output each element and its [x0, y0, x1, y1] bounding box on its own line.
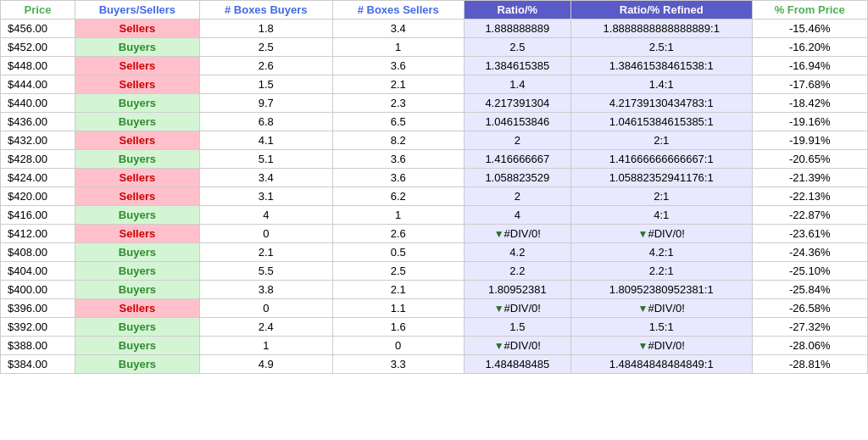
boxes-buyers-cell: 5.5 [199, 262, 332, 281]
ratio-refined-cell: ▼ #DIV/0! [570, 299, 752, 318]
buyers-sellers-cell: Buyers [75, 243, 200, 262]
boxes-sellers-cell: 3.6 [332, 57, 464, 75]
ratio-cell: 1.484848485 [464, 355, 570, 374]
boxes-sellers-cell: 3.4 [332, 19, 464, 38]
price-cell: $456.00 [1, 19, 75, 38]
ratio-refined-cell: 2.5:1 [570, 38, 752, 57]
arrow-down-icon: ▼ [494, 303, 504, 315]
boxes-sellers-cell: 2.5 [332, 262, 464, 281]
price-cell: $448.00 [1, 57, 75, 75]
buyers-sellers-cell: Sellers [75, 75, 200, 94]
ratio-cell: 1.5 [464, 318, 570, 337]
table-row: $448.00Sellers2.63.61.3846153851.3846153… [1, 57, 868, 75]
boxes-buyers-cell: 4 [199, 206, 332, 225]
boxes-buyers-cell: 2.4 [199, 318, 332, 337]
price-cell: $432.00 [1, 131, 75, 150]
from-price-cell: -23.61% [752, 225, 868, 243]
ratio-cell: 1.80952381 [464, 281, 570, 299]
boxes-buyers-cell: 2.6 [199, 57, 332, 75]
from-price-cell: -28.81% [752, 355, 868, 374]
from-price-cell: -25.84% [752, 281, 868, 299]
ratio-refined-cell: 1.41666666666667:1 [570, 150, 752, 169]
boxes-buyers-cell: 1.8 [199, 19, 332, 38]
header-ratio-refined: Ratio/% Refined [570, 1, 752, 19]
buyers-sellers-cell: Buyers [75, 337, 200, 355]
boxes-sellers-cell: 1 [332, 38, 464, 57]
price-cell: $440.00 [1, 94, 75, 113]
price-cell: $412.00 [1, 225, 75, 243]
boxes-buyers-cell: 0 [199, 299, 332, 318]
ratio-cell: 4.2 [464, 243, 570, 262]
boxes-buyers-cell: 5.1 [199, 150, 332, 169]
table-row: $384.00Buyers4.93.31.4848484851.48484848… [1, 355, 868, 374]
boxes-sellers-cell: 8.2 [332, 131, 464, 150]
from-price-cell: -19.16% [752, 113, 868, 131]
arrow-down-icon: ▼ [494, 340, 504, 352]
buyers-sellers-cell: Buyers [75, 113, 200, 131]
boxes-sellers-cell: 6.5 [332, 113, 464, 131]
arrow-down-icon: ▼ [638, 228, 648, 240]
buyers-sellers-cell: Buyers [75, 355, 200, 374]
boxes-buyers-cell: 6.8 [199, 113, 332, 131]
boxes-sellers-cell: 2.1 [332, 281, 464, 299]
buyers-sellers-cell: Buyers [75, 94, 200, 113]
boxes-sellers-cell: 6.2 [332, 187, 464, 206]
buyers-sellers-cell: Sellers [75, 19, 200, 38]
ratio-cell: 2 [464, 131, 570, 150]
ratio-refined-cell: 1.04615384615385:1 [570, 113, 752, 131]
from-price-cell: -21.39% [752, 169, 868, 187]
table-row: $400.00Buyers3.82.11.809523811.809523809… [1, 281, 868, 299]
table-row: $392.00Buyers2.41.61.51.5:1-27.32% [1, 318, 868, 337]
boxes-sellers-cell: 0.5 [332, 243, 464, 262]
ratio-refined-cell: 2:1 [570, 187, 752, 206]
boxes-sellers-cell: 2.3 [332, 94, 464, 113]
boxes-buyers-cell: 2.1 [199, 243, 332, 262]
ratio-cell: 4 [464, 206, 570, 225]
ratio-refined-cell: 2.2:1 [570, 262, 752, 281]
price-cell: $444.00 [1, 75, 75, 94]
ratio-refined-cell: 1.4:1 [570, 75, 752, 94]
ratio-cell: 1.046153846 [464, 113, 570, 131]
table-row: $404.00Buyers5.52.52.22.2:1-25.10% [1, 262, 868, 281]
ratio-cell: 2.5 [464, 38, 570, 57]
buyers-sellers-cell: Buyers [75, 150, 200, 169]
from-price-cell: -19.91% [752, 131, 868, 150]
table-row: $396.00Sellers01.1▼ #DIV/0!▼ #DIV/0!-26.… [1, 299, 868, 318]
ratio-cell: 1.888888889 [464, 19, 570, 38]
ratio-refined-cell: 2:1 [570, 131, 752, 150]
price-cell: $404.00 [1, 262, 75, 281]
buyers-sellers-cell: Buyers [75, 206, 200, 225]
buyers-sellers-cell: Sellers [75, 131, 200, 150]
boxes-buyers-cell: 1.5 [199, 75, 332, 94]
boxes-buyers-cell: 3.1 [199, 187, 332, 206]
from-price-cell: -22.13% [752, 187, 868, 206]
buyers-sellers-cell: Sellers [75, 57, 200, 75]
ratio-refined-cell: 1.5:1 [570, 318, 752, 337]
ratio-cell: 1.416666667 [464, 150, 570, 169]
buyers-sellers-cell: Sellers [75, 299, 200, 318]
header-price: Price [1, 1, 75, 19]
header-from-price: % From Price [752, 1, 868, 19]
from-price-cell: -24.36% [752, 243, 868, 262]
from-price-cell: -15.46% [752, 19, 868, 38]
header-boxes-buyers: # Boxes Buyers [199, 1, 332, 19]
from-price-cell: -22.87% [752, 206, 868, 225]
arrow-down-icon: ▼ [494, 228, 504, 240]
table-row: $440.00Buyers9.72.34.2173913044.21739130… [1, 94, 868, 113]
boxes-buyers-cell: 3.8 [199, 281, 332, 299]
arrow-down-icon: ▼ [638, 303, 648, 315]
main-table: Price Buyers/Sellers # Boxes Buyers # Bo… [0, 0, 868, 374]
ratio-refined-cell: 4.21739130434783:1 [570, 94, 752, 113]
ratio-cell: 2 [464, 187, 570, 206]
buyers-sellers-cell: Buyers [75, 262, 200, 281]
header-ratio: Ratio/% [464, 1, 570, 19]
boxes-buyers-cell: 4.9 [199, 355, 332, 374]
boxes-buyers-cell: 9.7 [199, 94, 332, 113]
arrow-down-icon: ▼ [638, 340, 648, 352]
ratio-cell: 1.058823529 [464, 169, 570, 187]
from-price-cell: -16.20% [752, 38, 868, 57]
boxes-sellers-cell: 3.3 [332, 355, 464, 374]
table-row: $388.00Buyers10▼ #DIV/0!▼ #DIV/0!-28.06% [1, 337, 868, 355]
boxes-sellers-cell: 3.6 [332, 169, 464, 187]
boxes-sellers-cell: 2.6 [332, 225, 464, 243]
